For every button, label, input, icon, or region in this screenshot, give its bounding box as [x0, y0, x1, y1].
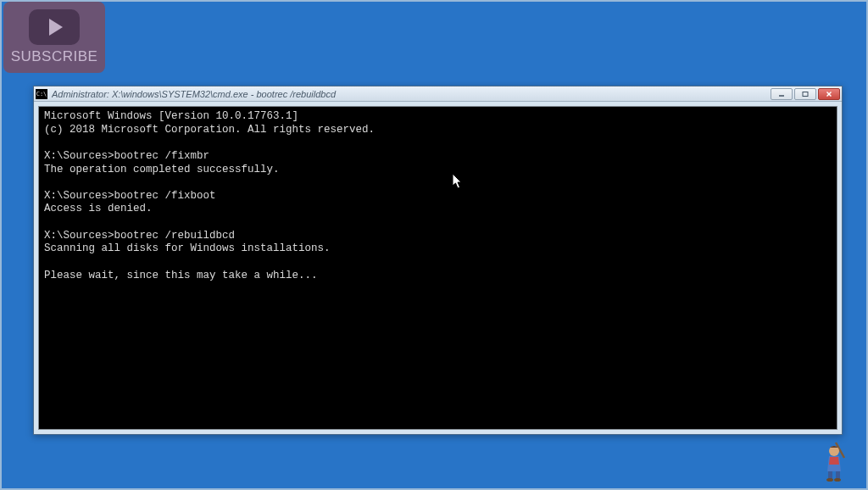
terminal-line: The operation completed successfully. [44, 164, 280, 175]
window-title: Administrator: X:\windows\SYSTEM32\cmd.e… [52, 89, 771, 99]
character-icon [821, 439, 851, 482]
svg-point-8 [826, 478, 833, 482]
subscribe-label: SUBSCRIBE [11, 48, 98, 65]
terminal-line: Access is denied. [44, 203, 153, 214]
frame-border [0, 0, 868, 2]
maximize-button[interactable] [794, 88, 816, 100]
maximize-icon [801, 91, 810, 97]
terminal-line: Microsoft Windows [Version 10.0.17763.1] [44, 110, 298, 122]
terminal-content[interactable]: Microsoft Windows [Version 10.0.17763.1]… [38, 106, 837, 430]
cmd-icon: C:\ [36, 89, 47, 99]
window-controls [771, 88, 840, 100]
terminal-line: Please wait, since this may take a while… [44, 270, 318, 281]
subscribe-widget[interactable]: SUBSCRIBE [3, 2, 105, 73]
terminal-line: X:\Sources>bootrec /fixboot [44, 190, 216, 202]
terminal-line: Scanning all disks for Windows installat… [44, 242, 331, 254]
minimize-icon [777, 91, 786, 97]
play-triangle-icon [49, 19, 63, 36]
window-titlebar[interactable]: C:\ Administrator: X:\windows\SYSTEM32\c… [34, 86, 842, 102]
close-icon [825, 91, 833, 97]
svg-rect-1 [803, 92, 808, 96]
terminal-line: X:\Sources>bootrec /fixmbr [44, 150, 209, 162]
frame-border [0, 0, 2, 490]
terminal-line: X:\Sources>bootrec /rebuildbcd [44, 230, 235, 242]
cmd-window: C:\ Administrator: X:\windows\SYSTEM32\c… [33, 86, 843, 435]
svg-point-9 [834, 478, 841, 482]
close-button[interactable] [818, 88, 840, 100]
terminal-line: (c) 2018 Microsoft Corporation. All righ… [44, 124, 375, 136]
play-icon [29, 9, 80, 45]
minimize-button[interactable] [771, 88, 793, 100]
